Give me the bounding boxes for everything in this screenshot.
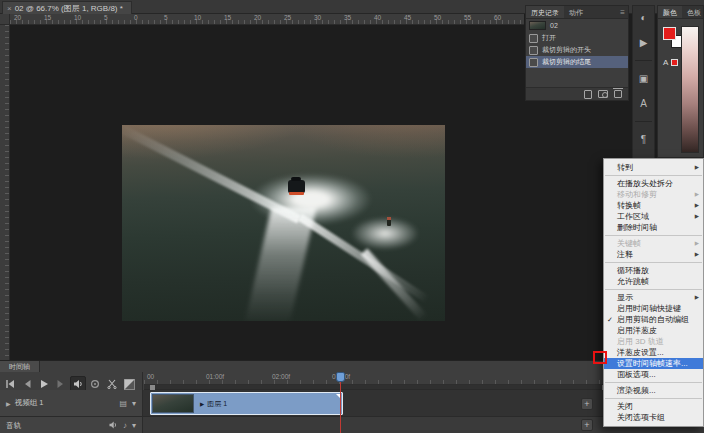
- menu-item-label: 工作区域: [617, 212, 649, 221]
- timeline-panel: 时间轴 0001:00f02:00f03:00f ▶ 视频组 1 ▤ ▾: [0, 360, 704, 433]
- history-snapshot[interactable]: 02: [526, 19, 628, 32]
- ruler-label: 15: [224, 14, 231, 21]
- ruler-label: 45: [404, 14, 411, 21]
- panel-menu-icon[interactable]: ≡: [617, 6, 628, 18]
- menu-item-label: 启用时间轴快捷键: [617, 304, 681, 313]
- menu-item-onion-skin-settings[interactable]: 洋葱皮设置...: [604, 347, 703, 358]
- menu-item-comments[interactable]: 注释▶: [604, 249, 703, 260]
- menu-item-close[interactable]: 关闭: [604, 401, 703, 412]
- menu-item-panel-options[interactable]: 面板选项...: [604, 369, 703, 380]
- filmstrip-icon[interactable]: ▤: [119, 399, 127, 408]
- menu-item-enable-onion-skins[interactable]: 启用洋葱皮: [604, 325, 703, 336]
- ruler-label: 60: [494, 14, 501, 21]
- foreground-color-swatch[interactable]: [663, 27, 676, 40]
- timecode-label: 01:00f: [206, 373, 224, 380]
- submenu-arrow-icon: ▶: [695, 189, 699, 200]
- gamut-swatch: [671, 59, 678, 66]
- playhead[interactable]: [336, 372, 345, 382]
- speaker-icon[interactable]: [109, 421, 118, 431]
- color-panel-header: 颜色 色板: [658, 6, 703, 19]
- menu-item-delete-timeline[interactable]: 删除时间轴: [604, 222, 703, 233]
- panel-icon-paragraph-icon[interactable]: ¶: [636, 132, 651, 147]
- snapshot-thumbnail: [529, 21, 546, 30]
- music-note-icon[interactable]: ♪: [123, 421, 127, 430]
- tab-swatches[interactable]: 色板: [682, 6, 704, 18]
- track-menu-icon[interactable]: ▾: [132, 399, 136, 408]
- menu-item-go-to[interactable]: 转到▶: [604, 162, 703, 173]
- video-track-row: ▶ 视频组 1 ▤ ▾ ▶图层 1 +: [0, 390, 704, 417]
- menu-item-enable-3d-tracks[interactable]: 启用 3D 轨道: [604, 336, 703, 347]
- audio-track-row: 音轨 ♪ ▾ +: [0, 417, 704, 433]
- tab-timeline[interactable]: 时间轴: [0, 361, 40, 372]
- history-panel-footer: [526, 87, 628, 100]
- menu-separator: [605, 289, 702, 290]
- tab-actions[interactable]: 动作: [564, 6, 588, 18]
- clip-label: ▶图层 1: [200, 399, 227, 409]
- ruler-label: 5: [164, 14, 168, 21]
- menu-item-label: 转到: [617, 163, 633, 172]
- menu-item-set-timeline-frame-rate[interactable]: 设置时间轴帧速率...: [604, 358, 703, 369]
- menu-item-label: 在播放头处拆分: [617, 179, 673, 188]
- audio-track-menu-icon[interactable]: ▾: [132, 421, 136, 430]
- submenu-arrow-icon: ▶: [695, 238, 699, 249]
- clip-thumbnail: [152, 394, 194, 413]
- menu-item-move-and-trim[interactable]: 移动和修剪▶: [604, 189, 703, 200]
- close-tab-icon[interactable]: ×: [7, 4, 12, 13]
- canvas-image: [122, 125, 445, 321]
- playhead-line: [340, 382, 341, 433]
- horizontal-ruler: 2015105051015202530354045505560: [10, 14, 524, 25]
- history-item[interactable]: 打开: [526, 32, 628, 44]
- submenu-arrow-icon: ▶: [695, 249, 699, 260]
- tab-color[interactable]: 颜色: [658, 6, 682, 18]
- menu-item-enable-auto-grouping-of-clips[interactable]: ✓启用剪辑的自动编组: [604, 314, 703, 325]
- panel-icon-properties-icon[interactable]: ◐: [636, 10, 651, 25]
- gamut-warning[interactable]: A: [663, 58, 678, 67]
- menu-item-split-at-playhead[interactable]: 在播放头处拆分: [604, 178, 703, 189]
- menu-item-label: 循环播放: [617, 266, 649, 275]
- panel-icon-actions-icon[interactable]: ▶: [636, 35, 651, 50]
- menu-item-close-tab-group[interactable]: 关闭选项卡组: [604, 412, 703, 423]
- menu-item-label: 转换帧: [617, 201, 641, 210]
- video-clip[interactable]: ▶图层 1: [150, 392, 343, 415]
- timecode-label: 00: [147, 373, 154, 380]
- rider-trail: [361, 248, 428, 321]
- history-item[interactable]: 裁切剪辑的开头: [526, 44, 628, 56]
- add-audio-button[interactable]: +: [581, 419, 593, 431]
- menu-item-convert-frames[interactable]: 转换帧▶: [604, 200, 703, 211]
- menu-item-render-video[interactable]: 渲染视频...: [604, 385, 703, 396]
- menu-item-show[interactable]: 显示▶: [604, 292, 703, 303]
- tab-history[interactable]: 历史记录: [526, 6, 564, 18]
- menu-item-enable-timeline-shortcut-keys[interactable]: 启用时间轴快捷键: [604, 303, 703, 314]
- menu-item-loop-playback[interactable]: 循环播放: [604, 265, 703, 276]
- menu-item-work-area[interactable]: 工作区域▶: [604, 211, 703, 222]
- history-item[interactable]: 裁切剪辑的结尾: [526, 56, 628, 68]
- menu-separator: [605, 398, 702, 399]
- panel-icon-clone-source-icon[interactable]: ▣: [636, 71, 651, 86]
- gamut-warning-icon: A: [663, 58, 668, 67]
- new-snapshot-icon[interactable]: [598, 90, 608, 98]
- dock-divider: [635, 60, 652, 61]
- menu-item-keyframes[interactable]: 关键帧▶: [604, 238, 703, 249]
- color-ramp[interactable]: [681, 26, 699, 153]
- delete-state-icon[interactable]: [614, 90, 622, 98]
- document-tab[interactable]: ×02 @ 66.7% (图层 1, RGB/8) *: [2, 1, 132, 14]
- history-state-icon: [529, 46, 538, 55]
- add-media-button[interactable]: +: [581, 398, 593, 410]
- panel-icon-character-icon[interactable]: A: [636, 96, 651, 111]
- audio-track-header[interactable]: 音轨 ♪ ▾: [0, 417, 143, 433]
- new-document-from-state-icon[interactable]: [584, 90, 592, 99]
- menu-separator: [605, 175, 702, 176]
- disclosure-triangle-icon[interactable]: ▶: [6, 400, 11, 407]
- video-track-header[interactable]: ▶ 视频组 1 ▤ ▾: [0, 390, 143, 416]
- snapshot-label: 02: [550, 22, 558, 29]
- history-item-label: 打开: [542, 33, 556, 43]
- clip-disclosure-icon[interactable]: ▶: [200, 401, 204, 407]
- ruler-corner: [0, 14, 10, 25]
- ruler-label: 10: [194, 14, 201, 21]
- ruler-label: 5: [104, 14, 108, 21]
- history-item-label: 裁切剪辑的结尾: [542, 57, 591, 67]
- history-panel: 历史记录 动作 ≡ 02 打开裁切剪辑的开头裁切剪辑的结尾: [525, 5, 629, 101]
- dock-divider: [635, 121, 652, 122]
- menu-item-allow-frame-skipping[interactable]: 允许跳帧: [604, 276, 703, 287]
- submenu-arrow-icon: ▶: [695, 292, 699, 303]
